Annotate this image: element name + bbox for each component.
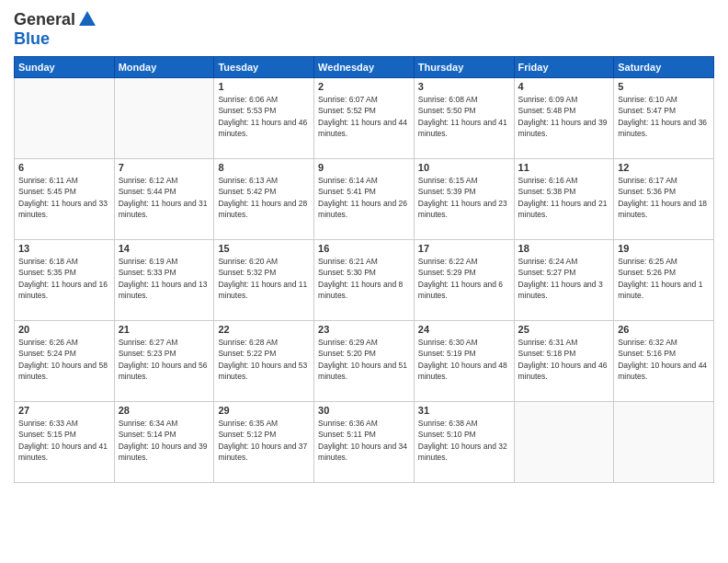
day-info: Sunrise: 6:20 AMSunset: 5:32 PMDaylight:… (218, 256, 310, 301)
day-info: Sunrise: 6:32 AMSunset: 5:16 PMDaylight:… (618, 337, 710, 382)
day-number: 26 (618, 324, 710, 335)
calendar-week-row: 13Sunrise: 6:18 AMSunset: 5:35 PMDayligh… (15, 240, 714, 321)
day-number: 12 (618, 162, 710, 173)
calendar-cell: 6Sunrise: 6:11 AMSunset: 5:45 PMDaylight… (15, 159, 115, 240)
day-info: Sunrise: 6:15 AMSunset: 5:39 PMDaylight:… (418, 175, 510, 220)
day-info: Sunrise: 6:34 AMSunset: 5:14 PMDaylight:… (119, 418, 210, 463)
calendar-cell: 16Sunrise: 6:21 AMSunset: 5:30 PMDayligh… (314, 240, 415, 321)
day-number: 16 (318, 243, 410, 254)
calendar-cell: 2Sunrise: 6:07 AMSunset: 5:52 PMDaylight… (314, 78, 415, 159)
day-info: Sunrise: 6:09 AMSunset: 5:48 PMDaylight:… (518, 94, 610, 139)
day-info: Sunrise: 6:10 AMSunset: 5:47 PMDaylight:… (618, 94, 710, 139)
day-number: 11 (518, 162, 610, 173)
header-sunday: Sunday (15, 57, 115, 78)
day-number: 31 (418, 405, 510, 416)
calendar-cell: 8Sunrise: 6:13 AMSunset: 5:42 PMDaylight… (214, 159, 314, 240)
day-info: Sunrise: 6:08 AMSunset: 5:50 PMDaylight:… (418, 94, 510, 139)
calendar-cell (514, 402, 614, 483)
calendar-cell: 24Sunrise: 6:30 AMSunset: 5:19 PMDayligh… (414, 321, 514, 402)
day-number: 7 (119, 162, 210, 173)
calendar-cell: 10Sunrise: 6:15 AMSunset: 5:39 PMDayligh… (414, 159, 514, 240)
logo: General Blue (14, 9, 97, 49)
day-number: 22 (218, 324, 310, 335)
day-number: 24 (418, 324, 510, 335)
calendar-cell: 17Sunrise: 6:22 AMSunset: 5:29 PMDayligh… (414, 240, 514, 321)
day-info: Sunrise: 6:22 AMSunset: 5:29 PMDaylight:… (418, 256, 510, 301)
calendar-header-row: SundayMondayTuesdayWednesdayThursdayFrid… (15, 57, 714, 78)
day-number: 14 (119, 243, 210, 254)
calendar-cell: 21Sunrise: 6:27 AMSunset: 5:23 PMDayligh… (114, 321, 214, 402)
day-info: Sunrise: 6:33 AMSunset: 5:15 PMDaylight:… (18, 418, 110, 463)
day-number: 27 (18, 405, 110, 416)
day-number: 2 (318, 81, 410, 92)
day-info: Sunrise: 6:38 AMSunset: 5:10 PMDaylight:… (418, 418, 510, 463)
day-info: Sunrise: 6:11 AMSunset: 5:45 PMDaylight:… (18, 175, 110, 220)
calendar-cell: 19Sunrise: 6:25 AMSunset: 5:26 PMDayligh… (614, 240, 714, 321)
calendar-cell: 31Sunrise: 6:38 AMSunset: 5:10 PMDayligh… (414, 402, 514, 483)
calendar-cell: 1Sunrise: 6:06 AMSunset: 5:53 PMDaylight… (214, 78, 314, 159)
page: General Blue SundayMondayTuesdayWednesda… (0, 0, 728, 563)
day-number: 30 (318, 405, 410, 416)
calendar-table: SundayMondayTuesdayWednesdayThursdayFrid… (14, 56, 714, 483)
calendar-cell: 25Sunrise: 6:31 AMSunset: 5:18 PMDayligh… (514, 321, 614, 402)
calendar-cell: 12Sunrise: 6:17 AMSunset: 5:36 PMDayligh… (614, 159, 714, 240)
day-number: 13 (18, 243, 110, 254)
day-info: Sunrise: 6:18 AMSunset: 5:35 PMDaylight:… (18, 256, 110, 301)
calendar-cell: 23Sunrise: 6:29 AMSunset: 5:20 PMDayligh… (314, 321, 415, 402)
calendar-cell: 30Sunrise: 6:36 AMSunset: 5:11 PMDayligh… (314, 402, 415, 483)
svg-marker-0 (79, 11, 96, 26)
day-info: Sunrise: 6:14 AMSunset: 5:41 PMDaylight:… (318, 175, 410, 220)
day-number: 18 (518, 243, 610, 254)
day-info: Sunrise: 6:13 AMSunset: 5:42 PMDaylight:… (218, 175, 310, 220)
day-info: Sunrise: 6:31 AMSunset: 5:18 PMDaylight:… (518, 337, 610, 382)
day-number: 9 (318, 162, 410, 173)
day-number: 15 (218, 243, 310, 254)
header-friday: Friday (514, 57, 614, 78)
calendar-cell: 13Sunrise: 6:18 AMSunset: 5:35 PMDayligh… (15, 240, 115, 321)
day-info: Sunrise: 6:35 AMSunset: 5:12 PMDaylight:… (218, 418, 310, 463)
calendar-cell: 28Sunrise: 6:34 AMSunset: 5:14 PMDayligh… (114, 402, 214, 483)
calendar-cell: 5Sunrise: 6:10 AMSunset: 5:47 PMDaylight… (614, 78, 714, 159)
day-info: Sunrise: 6:30 AMSunset: 5:19 PMDaylight:… (418, 337, 510, 382)
day-number: 17 (418, 243, 510, 254)
calendar-cell: 4Sunrise: 6:09 AMSunset: 5:48 PMDaylight… (514, 78, 614, 159)
day-info: Sunrise: 6:17 AMSunset: 5:36 PMDaylight:… (618, 175, 710, 220)
logo-blue-text: Blue (14, 29, 50, 48)
calendar-week-row: 6Sunrise: 6:11 AMSunset: 5:45 PMDaylight… (15, 159, 714, 240)
day-number: 19 (618, 243, 710, 254)
calendar-cell: 27Sunrise: 6:33 AMSunset: 5:15 PMDayligh… (15, 402, 115, 483)
day-info: Sunrise: 6:12 AMSunset: 5:44 PMDaylight:… (119, 175, 210, 220)
day-number: 23 (318, 324, 410, 335)
header-tuesday: Tuesday (214, 57, 314, 78)
day-number: 21 (119, 324, 210, 335)
day-number: 5 (618, 81, 710, 92)
calendar-cell (114, 78, 214, 159)
day-info: Sunrise: 6:27 AMSunset: 5:23 PMDaylight:… (119, 337, 210, 382)
calendar-cell: 22Sunrise: 6:28 AMSunset: 5:22 PMDayligh… (214, 321, 314, 402)
header-wednesday: Wednesday (314, 57, 415, 78)
calendar-cell: 7Sunrise: 6:12 AMSunset: 5:44 PMDaylight… (114, 159, 214, 240)
calendar-cell: 9Sunrise: 6:14 AMSunset: 5:41 PMDaylight… (314, 159, 415, 240)
day-number: 20 (18, 324, 110, 335)
day-info: Sunrise: 6:06 AMSunset: 5:53 PMDaylight:… (218, 94, 310, 139)
day-info: Sunrise: 6:36 AMSunset: 5:11 PMDaylight:… (318, 418, 410, 463)
day-info: Sunrise: 6:26 AMSunset: 5:24 PMDaylight:… (18, 337, 110, 382)
logo-icon (77, 9, 97, 29)
calendar-cell: 26Sunrise: 6:32 AMSunset: 5:16 PMDayligh… (614, 321, 714, 402)
day-number: 3 (418, 81, 510, 92)
calendar-cell: 11Sunrise: 6:16 AMSunset: 5:38 PMDayligh… (514, 159, 614, 240)
day-info: Sunrise: 6:21 AMSunset: 5:30 PMDaylight:… (318, 256, 410, 301)
day-info: Sunrise: 6:16 AMSunset: 5:38 PMDaylight:… (518, 175, 610, 220)
day-info: Sunrise: 6:28 AMSunset: 5:22 PMDaylight:… (218, 337, 310, 382)
day-number: 6 (18, 162, 110, 173)
day-info: Sunrise: 6:25 AMSunset: 5:26 PMDaylight:… (618, 256, 710, 301)
calendar-cell: 20Sunrise: 6:26 AMSunset: 5:24 PMDayligh… (15, 321, 115, 402)
calendar-week-row: 20Sunrise: 6:26 AMSunset: 5:24 PMDayligh… (15, 321, 714, 402)
logo-general-text: General (14, 10, 75, 29)
header: General Blue (14, 9, 714, 49)
header-thursday: Thursday (414, 57, 514, 78)
day-number: 29 (218, 405, 310, 416)
calendar-cell: 18Sunrise: 6:24 AMSunset: 5:27 PMDayligh… (514, 240, 614, 321)
day-number: 28 (119, 405, 210, 416)
header-monday: Monday (114, 57, 214, 78)
